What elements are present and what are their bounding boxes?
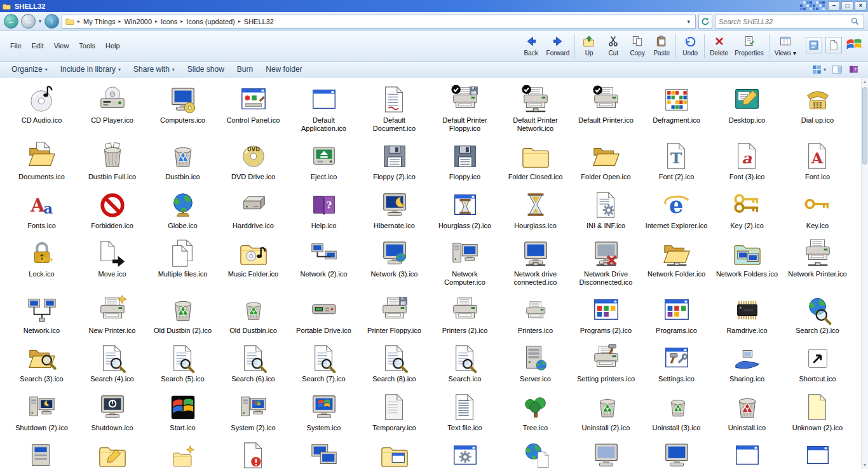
- toolbar-paste-button[interactable]: Paste: [649, 33, 674, 58]
- address-bar[interactable]: ▸My Things▸Win2000▸Icons▸Icons (updated)…: [62, 15, 696, 29]
- file-item-control-panel-ico[interactable]: Control Panel.ico: [218, 83, 288, 139]
- file-item-key-2-ico[interactable]: Key (2).ico: [712, 188, 782, 236]
- file-item[interactable]: [147, 438, 218, 469]
- file-item-globe-ico[interactable]: Globe.ico: [147, 188, 218, 236]
- cmd-organize[interactable]: Organize▾: [5, 64, 54, 75]
- minimize-button[interactable]: –: [828, 1, 840, 11]
- toolbar-up-button[interactable]: Up: [577, 33, 601, 58]
- file-item-printers-ico[interactable]: Printers.ico: [500, 293, 571, 341]
- file-item-unknown-2-ico[interactable]: Unknown (2).ico: [782, 390, 853, 438]
- file-item-default-application-ico[interactable]: Default Application.ico: [288, 83, 359, 139]
- file-item-default-printer-network-ico[interactable]: Default Printer Network.ico: [500, 83, 571, 139]
- breadcrumb-segment-icons-updated[interactable]: Icons (updated): [184, 17, 237, 26]
- toolbar-undo-button[interactable]: Undo: [678, 33, 702, 58]
- file-item-uninstall-ico[interactable]: Uninstall.ico: [712, 390, 782, 438]
- close-button[interactable]: ×: [855, 1, 867, 11]
- file-item-search-7-ico[interactable]: Search (7).ico: [288, 341, 359, 390]
- menu-file[interactable]: File: [5, 41, 27, 51]
- file-item-lock-ico[interactable]: Lock.ico: [6, 236, 77, 293]
- file-item-programs-ico[interactable]: Programs.ico: [641, 293, 712, 341]
- vertical-scrollbar[interactable]: ▲ ▼: [861, 78, 868, 469]
- preview-pane-icon[interactable]: [832, 64, 843, 75]
- file-item-hourglass-ico[interactable]: Hourglass.ico: [500, 188, 571, 236]
- file-item-multiple-files-ico[interactable]: Multiple files.ico: [147, 236, 218, 293]
- file-item[interactable]: [782, 438, 853, 469]
- file-item[interactable]: [712, 438, 782, 469]
- file-item-printer-floppy-ico[interactable]: Printer Floppy.ico: [359, 293, 430, 341]
- cmd-burn[interactable]: Burn: [231, 64, 259, 75]
- file-item-temporary-ico[interactable]: Temporary.ico: [359, 390, 430, 438]
- toolbar-copy-button[interactable]: Copy: [625, 33, 649, 58]
- cmd-include-in-library[interactable]: Include in library▾: [54, 64, 127, 75]
- file-item[interactable]: [77, 438, 147, 469]
- file-item-desktop-ico[interactable]: Desktop.ico: [712, 83, 782, 139]
- scroll-down-arrow-icon[interactable]: ▼: [862, 461, 868, 469]
- search-input[interactable]: [719, 18, 850, 25]
- help-book-small-icon[interactable]: ?: [848, 64, 859, 75]
- file-item[interactable]: [430, 438, 500, 469]
- file-item-tree-ico[interactable]: Tree.ico: [500, 390, 571, 438]
- address-dropdown[interactable]: ▾: [684, 18, 693, 25]
- file-item-dustbin-full-ico[interactable]: Dustbin Full.ico: [77, 139, 147, 187]
- file-item-network-ico[interactable]: Network.ico: [6, 293, 77, 341]
- toolbar-cut-button[interactable]: Cut: [601, 33, 625, 58]
- breadcrumb-segment-my-things[interactable]: My Things: [81, 17, 118, 26]
- file-item-setting-printers-ico[interactable]: Setting printers.ico: [571, 341, 641, 390]
- file-item-system-2-ico[interactable]: System (2).ico: [218, 390, 288, 438]
- menu-edit[interactable]: Edit: [27, 41, 49, 51]
- file-item-printers-2-ico[interactable]: Printers (2).ico: [430, 293, 500, 341]
- file-item-new-printer-ico[interactable]: New Printer.ico: [77, 293, 147, 341]
- file-item-music-folder-ico[interactable]: Music Folder.ico: [218, 236, 288, 293]
- file-item-help-ico[interactable]: ?Help.ico: [288, 188, 359, 236]
- file-item-default-document-ico[interactable]: Default Document.ico: [359, 83, 430, 139]
- refresh-button[interactable]: [698, 15, 712, 29]
- file-item-fonts-ico[interactable]: AaFonts.ico: [6, 188, 77, 236]
- file-item-move-ico[interactable]: Move.ico: [77, 236, 147, 293]
- breadcrumb-segment-icons[interactable]: Icons: [158, 17, 180, 26]
- file-item-search-5-ico[interactable]: Search (5).ico: [147, 341, 218, 390]
- file-item-floppy-ico[interactable]: Floppy.ico: [430, 139, 500, 187]
- cmd-new-folder[interactable]: New folder: [259, 64, 308, 75]
- forward-button[interactable]: →: [21, 14, 36, 29]
- toolbar-views-button[interactable]: Views ▾: [771, 33, 799, 58]
- file-item-dial-up-ico[interactable]: Dial up.ico: [782, 83, 853, 139]
- file-item-font-ico[interactable]: AFont.ico: [782, 139, 853, 187]
- history-dropdown[interactable]: ▾: [38, 18, 42, 24]
- file-item[interactable]: [500, 438, 571, 469]
- file-item-eject-ico[interactable]: Eject.ico: [288, 139, 359, 187]
- file-item-start-ico[interactable]: Start.ico: [147, 390, 218, 438]
- cmd-share-with[interactable]: Share with▾: [127, 64, 181, 75]
- file-item-search-4-ico[interactable]: Search (4).ico: [77, 341, 147, 390]
- breadcrumb-segment-win2000[interactable]: Win2000: [122, 17, 154, 26]
- back-button[interactable]: ←: [4, 14, 18, 29]
- file-item-network-folder-ico[interactable]: Network Folder.ico: [641, 236, 712, 293]
- file-item[interactable]: [571, 438, 641, 469]
- file-item-computers-ico[interactable]: Computers.ico: [147, 83, 218, 139]
- search-icon[interactable]: [850, 17, 860, 27]
- file-item[interactable]: [288, 438, 359, 469]
- file-item-dustbin-ico[interactable]: Dustbin.ico: [147, 139, 218, 187]
- file-item-search-3-ico[interactable]: Search (3).ico: [6, 341, 77, 390]
- file-item-settings-ico[interactable]: Settings.ico: [641, 341, 712, 390]
- file-item[interactable]: [6, 438, 77, 469]
- file-item-network-drive-disconnected-ico[interactable]: Network Drive Disconnected.ico: [571, 236, 641, 293]
- file-item-defragment-ico[interactable]: Defragment.ico: [641, 83, 712, 139]
- cmd-slide-show[interactable]: Slide show: [181, 64, 231, 75]
- file-item[interactable]: [359, 438, 430, 469]
- file-item-font-2-ico[interactable]: TFont (2).ico: [641, 139, 712, 187]
- toolbar-back-button[interactable]: Back: [519, 33, 543, 58]
- file-item[interactable]: [218, 438, 288, 469]
- file-item-hourglass-2-ico[interactable]: Hourglass (2).ico: [430, 188, 500, 236]
- file-item-network-printer-ico[interactable]: Network Printer.ico: [782, 236, 853, 293]
- file-item-shutdown-ico[interactable]: Shutdown.ico: [77, 390, 147, 438]
- file-item-internet-explorer-ico[interactable]: eInternet Explorer.ico: [641, 188, 712, 236]
- file-item-portable-drive-ico[interactable]: Portable Drive.ico: [288, 293, 359, 341]
- change-view-icon[interactable]: ▾: [811, 64, 826, 75]
- scrollbar-thumb[interactable]: [862, 87, 867, 165]
- file-item-documents-ico[interactable]: Documents.ico: [6, 139, 77, 187]
- file-item-old-dustbin-2-ico[interactable]: Old Dustbin (2).ico: [147, 293, 218, 341]
- file-item-uninstall-2-ico[interactable]: Uninstall (2).ico: [571, 390, 641, 438]
- maximize-button[interactable]: □: [841, 1, 853, 11]
- menu-tools[interactable]: Tools: [74, 41, 100, 51]
- notebook-icon[interactable]: [806, 37, 822, 53]
